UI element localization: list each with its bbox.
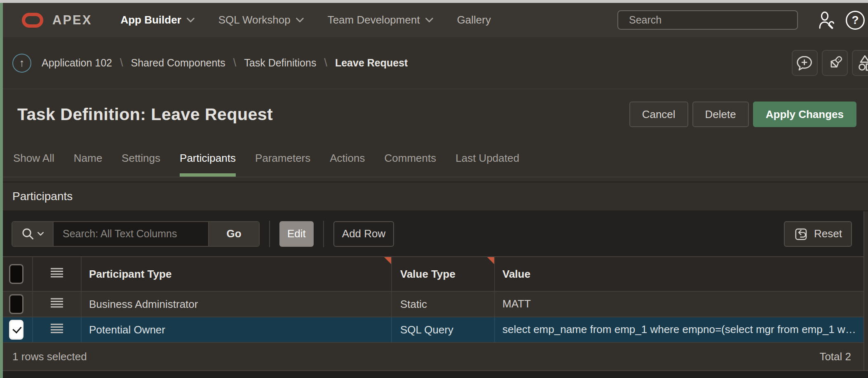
select-all-checkbox[interactable]	[9, 264, 23, 284]
tab-show-all[interactable]: Show All	[13, 139, 54, 177]
flashlight-icon	[826, 54, 845, 73]
nav-item-sql-workshop[interactable]: SQL Workshop	[206, 3, 316, 37]
cell-value[interactable]: MATT	[495, 292, 863, 317]
delete-button[interactable]: Delete	[692, 102, 749, 127]
help-icon[interactable]: ?	[846, 11, 865, 30]
drag-handle-icon	[50, 267, 64, 281]
grid-toolbar: Go Edit Add Row Reset	[0, 211, 863, 256]
rows-selected-text: 1 rows selected	[12, 350, 87, 363]
grid-row-business-administrator[interactable]: Business Administrator Static MATT	[0, 292, 863, 317]
bottom-strip	[0, 370, 868, 378]
nav-item-team-development[interactable]: Team Development	[316, 3, 445, 37]
breadcrumb-separator: \	[233, 57, 237, 69]
grid-search-input[interactable]	[54, 222, 208, 246]
cancel-button[interactable]: Cancel	[629, 102, 688, 127]
interactive-grid: Go Edit Add Row Reset Participant Type	[0, 211, 864, 370]
admin-user-icon[interactable]	[816, 11, 836, 29]
title-row: Task Definition: Leave Request Cancel De…	[0, 89, 868, 139]
oracle-logo-icon[interactable]	[22, 13, 43, 28]
tab-settings[interactable]: Settings	[122, 139, 160, 177]
breadcrumb-task-definitions[interactable]: Task Definitions	[244, 57, 316, 69]
spotlight-button[interactable]	[822, 50, 848, 76]
cell-participant-type[interactable]: Potential Owner	[82, 317, 392, 342]
row-handle-cell	[33, 317, 82, 342]
column-header-participant-type[interactable]: Participant Type	[82, 257, 392, 291]
apex-brand[interactable]: APEX	[52, 13, 92, 28]
column-header-label: Participant Type	[89, 268, 171, 281]
chat-add-icon	[795, 54, 815, 72]
reset-label: Reset	[814, 227, 842, 240]
grid-header-row: Participant Type Value Type Value	[0, 256, 863, 292]
nav-label: Team Development	[328, 14, 420, 26]
breadcrumb-shared-components[interactable]: Shared Components	[131, 57, 225, 69]
window-top-strip	[0, 0, 868, 3]
tab-participants[interactable]: Participants	[180, 139, 236, 177]
add-row-button[interactable]: Add Row	[333, 221, 394, 247]
row-handle-cell	[33, 292, 82, 317]
drag-handle-icon[interactable]	[50, 297, 64, 312]
drag-handle-icon[interactable]	[50, 323, 64, 337]
column-header-label: Value	[502, 268, 530, 280]
region-title: Participants	[0, 182, 868, 211]
breadcrumb-application[interactable]: Application 102	[42, 57, 112, 69]
add-comment-button[interactable]	[792, 50, 818, 76]
apply-changes-button[interactable]: Apply Changes	[753, 102, 856, 127]
breadcrumb-actions	[792, 37, 868, 89]
column-header-label: Value Type	[400, 268, 455, 281]
toolbar-separator	[323, 221, 324, 247]
tab-last-updated[interactable]: Last Updated	[455, 139, 519, 177]
select-all-cell	[0, 257, 33, 291]
cell-value-type[interactable]: SQL Query	[392, 317, 495, 342]
go-button[interactable]: Go	[208, 222, 259, 246]
search-column-dropdown-button[interactable]	[12, 222, 54, 246]
row-checkbox[interactable]	[9, 294, 23, 314]
global-search-input[interactable]	[617, 10, 798, 30]
breadcrumb-separator: \	[120, 57, 123, 69]
tab-name[interactable]: Name	[74, 139, 102, 177]
cell-value[interactable]: select emp_name from emp_1 where empno=(…	[495, 317, 863, 342]
breadcrumb-current: Leave Request	[335, 57, 408, 69]
reset-icon	[794, 227, 809, 241]
main-nav: App Builder SQL Workshop Team Developmen…	[108, 3, 503, 37]
column-header-value[interactable]: Value	[495, 257, 863, 291]
title-actions: Cancel Delete Apply Changes	[629, 102, 856, 127]
nav-label: SQL Workshop	[218, 14, 291, 26]
app-header: APEX App Builder SQL Workshop Team Devel…	[0, 3, 868, 37]
up-arrow-glyph: ↑	[19, 57, 25, 69]
tab-comments[interactable]: Comments	[385, 139, 436, 177]
grid-row-potential-owner[interactable]: Potential Owner SQL Query select emp_nam…	[0, 317, 863, 343]
grid-footer: 1 rows selected Total 2	[0, 343, 863, 370]
row-select-cell	[0, 292, 33, 317]
up-level-icon[interactable]: ↑	[12, 54, 31, 73]
left-edge-accent	[0, 3, 3, 378]
search-icon	[21, 227, 35, 241]
required-marker	[487, 257, 494, 264]
reset-button[interactable]: Reset	[784, 221, 852, 247]
edit-button[interactable]: Edit	[279, 221, 314, 247]
row-checkbox-checked[interactable]	[9, 320, 23, 340]
toolbar-separator	[269, 221, 270, 247]
column-header-value-type[interactable]: Value Type	[392, 257, 495, 291]
row-select-cell	[0, 317, 33, 342]
tab-parameters[interactable]: Parameters	[255, 139, 310, 177]
nav-item-gallery[interactable]: Gallery	[445, 3, 503, 37]
help-glyph: ?	[852, 14, 859, 27]
tab-actions[interactable]: Actions	[330, 139, 365, 177]
breadcrumb-bar: ↑ Application 102 \ Shared Components \ …	[0, 37, 868, 89]
nav-item-app-builder[interactable]: App Builder	[108, 3, 206, 37]
shapes-icon	[855, 54, 868, 73]
breadcrumb: Application 102 \ Shared Components \ Ta…	[42, 57, 408, 69]
nav-label: Gallery	[457, 14, 491, 26]
page-tabs: Show All Name Settings Participants Para…	[0, 139, 868, 177]
chevron-down-icon	[425, 18, 433, 22]
chevron-down-icon	[38, 232, 44, 236]
chevron-down-icon	[296, 18, 304, 22]
cell-participant-type[interactable]: Business Administrator	[82, 292, 392, 317]
grid-search-group: Go	[12, 221, 260, 247]
required-marker	[384, 257, 391, 264]
nav-label: App Builder	[120, 14, 181, 26]
breadcrumb-separator: \	[324, 57, 327, 69]
shapes-button[interactable]	[852, 50, 868, 76]
cell-value-type[interactable]: Static	[392, 292, 495, 317]
page-title: Task Definition: Leave Request	[17, 105, 273, 124]
